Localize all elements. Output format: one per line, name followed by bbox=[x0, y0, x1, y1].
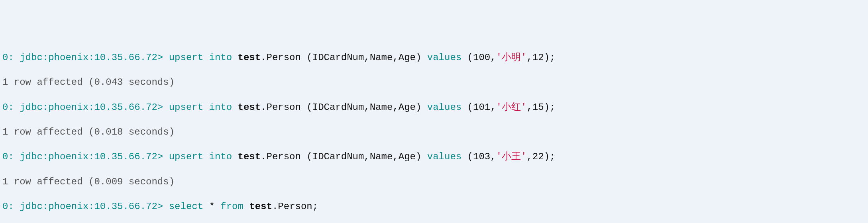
paren-open: ( bbox=[461, 52, 473, 63]
schema-name: test bbox=[238, 102, 261, 113]
cmd-line-1[interactable]: 0: jdbc:phoenix:10.35.66.72> upsert into… bbox=[2, 51, 866, 64]
close-paren: ); bbox=[544, 52, 556, 63]
upsert-keyword: upsert into bbox=[163, 52, 238, 63]
close-paren: ); bbox=[544, 102, 556, 113]
result-line-3: 1 row affected (0.009 seconds) bbox=[2, 176, 866, 188]
result-line-2: 1 row affected (0.018 seconds) bbox=[2, 126, 866, 138]
value-id: 103 bbox=[473, 151, 490, 162]
value-age: ,12 bbox=[526, 52, 544, 63]
paren-open: ( bbox=[461, 102, 473, 113]
values-keyword: values bbox=[427, 102, 461, 113]
close-paren: ); bbox=[544, 151, 556, 162]
schema-name: test bbox=[238, 52, 261, 63]
upsert-keyword: upsert into bbox=[163, 102, 238, 113]
value-age: ,22 bbox=[526, 151, 544, 162]
select-keyword: select bbox=[163, 201, 209, 212]
value-name-string: '小王' bbox=[496, 151, 527, 162]
schema-name: test bbox=[238, 151, 261, 162]
prompt: 0: jdbc:phoenix:10.35.66.72> bbox=[2, 52, 163, 63]
comma: , bbox=[490, 151, 496, 162]
value-age: ,15 bbox=[526, 102, 544, 113]
prompt: 0: jdbc:phoenix:10.35.66.72> bbox=[2, 102, 163, 113]
result-line-1: 1 row affected (0.043 seconds) bbox=[2, 76, 866, 88]
cmd-line-select[interactable]: 0: jdbc:phoenix:10.35.66.72> select * fr… bbox=[2, 200, 866, 213]
comma: , bbox=[490, 52, 496, 63]
prompt: 0: jdbc:phoenix:10.35.66.72> bbox=[2, 201, 163, 212]
values-keyword: values bbox=[427, 52, 461, 63]
paren-open: ( bbox=[461, 151, 473, 162]
values-keyword: values bbox=[427, 151, 461, 162]
value-id: 101 bbox=[473, 102, 490, 113]
cmd-line-3[interactable]: 0: jdbc:phoenix:10.35.66.72> upsert into… bbox=[2, 151, 866, 163]
table-columns: .Person (IDCardNum,Name,Age) bbox=[261, 52, 427, 63]
table-columns: .Person (IDCardNum,Name,Age) bbox=[261, 151, 427, 162]
comma: , bbox=[490, 102, 496, 113]
from-keyword: from bbox=[215, 201, 249, 212]
schema-name: test bbox=[249, 201, 272, 212]
star: * bbox=[209, 201, 214, 212]
value-name-string: '小红' bbox=[496, 102, 527, 113]
value-id: 100 bbox=[473, 52, 490, 63]
value-name-string: '小明' bbox=[496, 52, 527, 63]
cmd-line-2[interactable]: 0: jdbc:phoenix:10.35.66.72> upsert into… bbox=[2, 101, 866, 113]
select-tail: .Person; bbox=[272, 201, 318, 212]
prompt: 0: jdbc:phoenix:10.35.66.72> bbox=[2, 151, 163, 162]
upsert-keyword: upsert into bbox=[163, 151, 238, 162]
table-columns: .Person (IDCardNum,Name,Age) bbox=[261, 102, 427, 113]
